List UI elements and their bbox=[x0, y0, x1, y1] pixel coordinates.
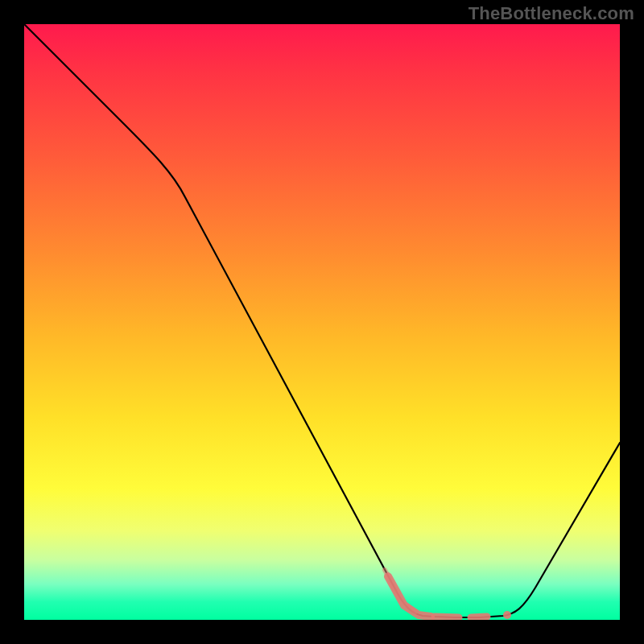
bottleneck-curve bbox=[24, 24, 620, 617]
curve-svg bbox=[24, 24, 620, 620]
plot-area bbox=[24, 24, 620, 620]
highlight-dot bbox=[503, 611, 511, 619]
highlight-flat-dash1 bbox=[435, 617, 459, 617]
highlight-flat-dash2 bbox=[471, 617, 487, 617]
highlight-descent bbox=[388, 576, 431, 617]
watermark-text: TheBottleneck.com bbox=[469, 3, 634, 24]
chart-container: TheBottleneck.com bbox=[0, 0, 644, 644]
